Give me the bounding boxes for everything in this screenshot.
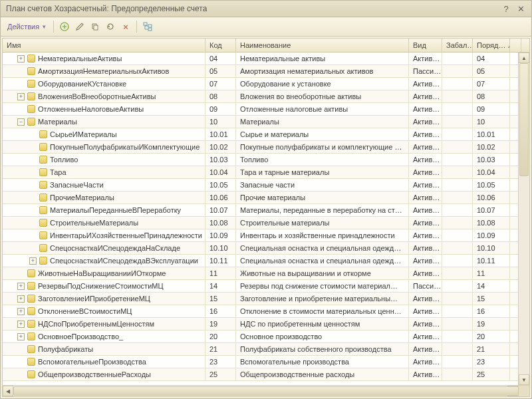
copy-button[interactable] <box>88 20 102 33</box>
table-row[interactable]: +РезервыПодСнижениеСтоимостиМЦ14Резервы … <box>3 280 518 293</box>
cell-name: Заготовление и приобретение материальны… <box>236 293 409 305</box>
cell-order: 20 <box>473 331 510 342</box>
table-row[interactable]: ВспомогательныеПроизводства23Вспомогател… <box>3 356 518 368</box>
table-row[interactable]: СтроительныеМатериалы10.08Строительные м… <box>3 217 518 229</box>
edit-button[interactable] <box>73 20 86 33</box>
delete-button[interactable]: × <box>119 20 132 33</box>
table-row[interactable]: СырьеИМатериалы10.01Сырье и материалыАкт… <box>3 128 518 141</box>
account-icon <box>39 181 47 189</box>
scroll-up-button[interactable]: ▲ <box>519 53 529 63</box>
hscroll-track[interactable] <box>13 386 507 396</box>
expand-icon[interactable]: + <box>17 333 25 340</box>
cell-balance <box>442 192 473 203</box>
expand-icon[interactable]: + <box>17 308 25 315</box>
actions-menu[interactable]: Действия ▼ <box>5 21 49 32</box>
refresh-button[interactable] <box>104 20 117 33</box>
column-header-balance[interactable]: Забал… <box>442 39 473 52</box>
tree-label: СпецоснасткаИСпецодеждаВЭксплуатации <box>50 257 198 265</box>
cell-code: 16 <box>205 305 236 317</box>
table-row[interactable]: ЗапасныеЧасти10.05Запасные частиАктив…10… <box>3 179 518 192</box>
table-row[interactable]: −Материалы10МатериалыАктив…10 <box>3 116 518 128</box>
add-button[interactable] <box>58 20 71 33</box>
expand-icon[interactable]: + <box>17 295 25 303</box>
table-row[interactable]: СпецоснасткаИСпецодеждаНаСкладе10.10Спец… <box>3 242 518 255</box>
cell-code: 25 <box>205 368 236 380</box>
cell-code: 21 <box>205 343 236 355</box>
vertical-scrollbar[interactable]: ▲ ▼ <box>518 53 529 385</box>
tree-expand-button[interactable] <box>141 20 154 33</box>
table-row[interactable]: +ВложенияВоВнеоборотныеАктивы08Вложения … <box>3 90 518 103</box>
table-row[interactable]: АмортизацияНематериальныхАктивов05Аморти… <box>3 65 518 78</box>
cell-order: 10.05 <box>473 179 510 191</box>
cell-name: Специальная оснастка и специальная одежд… <box>236 242 409 254</box>
cell-kind: Пасси… <box>409 65 442 77</box>
cell-order: 10.07 <box>473 204 510 216</box>
expand-icon[interactable]: + <box>17 55 25 63</box>
table-row[interactable]: ОбщепроизводственныеРасходы25Общепроизво… <box>3 368 518 381</box>
table-row[interactable]: +ОтклонениеВСтоимостиМЦ16Отклонение в ст… <box>3 305 518 318</box>
cell-code: 05 <box>205 65 236 77</box>
plus-circle-icon <box>60 22 69 31</box>
cell-balance <box>442 128 473 140</box>
tree-label: СтроительныеМатериалы <box>50 219 138 227</box>
expand-icon[interactable]: + <box>17 283 25 290</box>
table-row[interactable]: +СпецоснасткаИСпецодеждаВЭксплуатации10.… <box>3 255 518 267</box>
table-row[interactable]: Тара10.04Тара и тарные материалыАктив…10… <box>3 166 518 179</box>
table-row[interactable]: +ОсновноеПроизводство_20Основное произво… <box>3 331 518 343</box>
cell-order: 15 <box>473 293 510 305</box>
scroll-track[interactable] <box>519 63 529 374</box>
scroll-left-button[interactable]: ◀ <box>3 386 13 396</box>
column-header-name[interactable]: Имя <box>3 39 205 52</box>
collapse-icon[interactable]: − <box>17 118 25 126</box>
table-row[interactable]: ОборудованиеКУстановке07Оборудование к у… <box>3 78 518 90</box>
table-row[interactable]: ПокупныеПолуфабрикатыИКомплектующие10.02… <box>3 141 518 154</box>
column-header-scroll <box>510 39 521 52</box>
scroll-thumb[interactable] <box>519 63 529 176</box>
tree-label: ОтложенныеНалоговыеАктивы <box>38 105 144 113</box>
column-header-title[interactable]: Наименование <box>236 39 409 52</box>
account-icon <box>39 257 47 265</box>
account-icon <box>27 67 35 75</box>
close-button[interactable]: ✕ <box>515 3 526 14</box>
cell-code: 11 <box>205 267 236 279</box>
cell-order: 10.03 <box>473 154 510 166</box>
expand-icon[interactable]: + <box>29 257 37 265</box>
cell-code: 10.04 <box>205 166 236 178</box>
table-row[interactable]: Полуфабрикаты21Полуфабрикаты собственног… <box>3 343 518 356</box>
cell-tree: +СпецоснасткаИСпецодеждаВЭксплуатации <box>3 255 205 267</box>
table-row[interactable]: ИнвентарьИХозяйственныеПринадлежности10.… <box>3 229 518 242</box>
hscroll-thumb[interactable] <box>13 386 519 396</box>
column-header-kind[interactable]: Вид <box>409 39 442 52</box>
horizontal-scrollbar[interactable]: ◀ ▶ <box>3 385 529 396</box>
separator <box>53 21 54 33</box>
column-header-order[interactable]: Поряд…▲ <box>473 39 510 52</box>
table-row[interactable]: ПрочиеМатериалы10.06Прочие материалыАкти… <box>3 192 518 204</box>
cell-order: 10.04 <box>473 166 510 178</box>
cell-order: 10.08 <box>473 217 510 229</box>
cell-tree: ПрочиеМатериалы <box>3 192 205 203</box>
tree-label: ВспомогательныеПроизводства <box>38 358 146 366</box>
table-row[interactable]: ОтложенныеНалоговыеАктивы09Отложенные на… <box>3 103 518 116</box>
table-row[interactable]: ЖивотныеНаВыращиванииИОткорме11Животные … <box>3 267 518 280</box>
cell-code: 20 <box>205 331 236 342</box>
cell-tree: +ЗаготовлениеИПриобретениеМЦ <box>3 293 205 305</box>
table-row[interactable]: Топливо10.03ТопливоАктив…10.03 <box>3 154 518 166</box>
scroll-down-button[interactable]: ▼ <box>519 374 529 385</box>
table-row[interactable]: МатериалыПереданныеВПереработку10.07Мате… <box>3 204 518 217</box>
svg-rect-4 <box>148 25 152 27</box>
cell-kind: Актив… <box>409 368 442 380</box>
tree-label: Материалы <box>38 118 77 126</box>
expand-icon[interactable]: + <box>17 93 25 100</box>
table-row[interactable]: +НДСпоПриобретеннымЦенностям19НДС по при… <box>3 318 518 331</box>
cell-order: 07 <box>473 78 510 90</box>
column-header-code[interactable]: Код <box>205 39 236 52</box>
svg-rect-3 <box>144 23 147 25</box>
tree-label: Топливо <box>50 156 78 164</box>
table-row[interactable]: +НематериальныеАктивы04Нематериальные ак… <box>3 53 518 65</box>
cell-name: НДС по приобретенным ценностям <box>236 318 409 330</box>
help-button[interactable]: ? <box>501 3 511 14</box>
cell-tree: СпецоснасткаИСпецодеждаНаСкладе <box>3 242 205 254</box>
cell-name: Животные на выращивании и откорме <box>236 267 409 279</box>
table-row[interactable]: +ЗаготовлениеИПриобретениеМЦ15Заготовлен… <box>3 293 518 305</box>
expand-icon[interactable]: + <box>17 321 25 328</box>
